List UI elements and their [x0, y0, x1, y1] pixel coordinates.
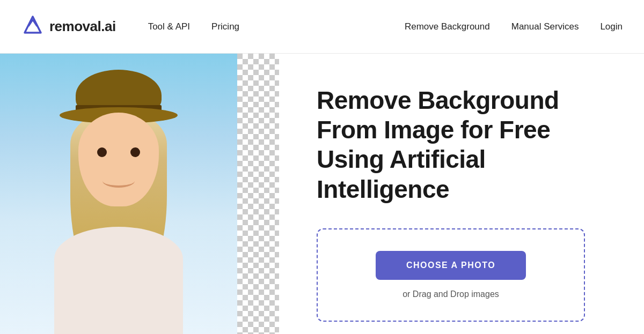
nav-manual-services[interactable]: Manual Services: [511, 21, 579, 32]
nav-left: Tool & API Pricing: [148, 21, 239, 32]
logo-text: removal.ai: [49, 18, 116, 35]
nav-pricing[interactable]: Pricing: [211, 21, 239, 32]
drag-drop-label: or Drag and Drop images: [402, 290, 499, 299]
choose-photo-button[interactable]: CHOOSE A PHOTO: [376, 251, 526, 280]
logo-link[interactable]: removal.ai: [21, 14, 116, 39]
smile: [103, 174, 135, 188]
face: [78, 113, 159, 206]
header-left: removal.ai Tool & API Pricing: [21, 14, 239, 39]
main-content: Remove Background From Image for Free Us…: [0, 54, 644, 334]
upload-dropzone[interactable]: CHOOSE A PHOTO or Drag and Drop images: [317, 228, 585, 322]
nav-login[interactable]: Login: [600, 21, 623, 32]
site-header: removal.ai Tool & API Pricing Remove Bac…: [0, 0, 644, 54]
person-photo: [0, 54, 237, 334]
hero-content-section: Remove Background From Image for Free Us…: [279, 54, 644, 334]
body: [54, 227, 183, 334]
hero-image-section: [0, 54, 279, 334]
hero-image-container: [0, 54, 279, 334]
eye-left: [97, 147, 107, 157]
logo-icon: [21, 14, 44, 39]
header-right: Remove Background Manual Services Login: [405, 21, 623, 32]
hero-title: Remove Background From Image for Free Us…: [317, 86, 612, 204]
nav-remove-background[interactable]: Remove Background: [405, 21, 490, 32]
eye-right: [130, 147, 140, 157]
nav-tool-api[interactable]: Tool & API: [148, 21, 190, 32]
